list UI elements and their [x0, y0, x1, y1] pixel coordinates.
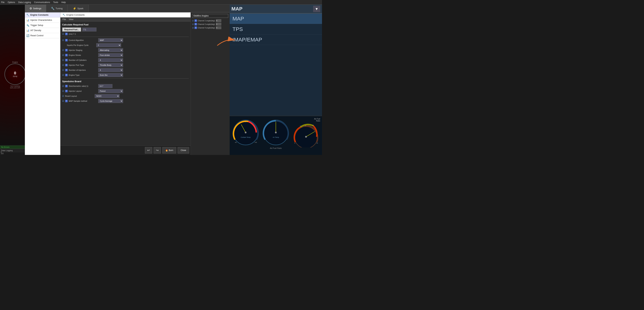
map-sample-select[interactable]: Cycle Average Instantaneous	[98, 99, 123, 103]
injector-port-select[interactable]: Throttle Body Port	[98, 63, 123, 67]
cyl-checkbox[interactable]: ☑	[62, 59, 64, 61]
dropdown-option-tps[interactable]: TPS	[230, 24, 322, 35]
tab-tuning-label: Tuning	[56, 7, 62, 10]
num-injectors-select[interactable]: 4 123	[98, 68, 123, 72]
close-button[interactable]: Close	[178, 147, 189, 153]
num-cylinders-select[interactable]: 4 12368	[98, 58, 123, 62]
afr-gauge-svg: 8 20 12 16 14	[292, 122, 320, 147]
cyl-help-icon[interactable]: ?	[65, 59, 68, 61]
engine-type-label: Engine Type	[69, 74, 97, 76]
injector-port-label: Injector Port Type	[69, 64, 97, 66]
oddfire-ch2-checkbox[interactable]: ☑	[192, 20, 194, 22]
sidebar-item-engine-constants[interactable]: 🔧 Engine Constants	[25, 13, 60, 18]
burn-button[interactable]: 🔥 Burn	[162, 147, 176, 153]
sidebar-iat-label: IAT Density	[30, 29, 41, 32]
oddfire-ch2-help[interactable]: ?	[194, 19, 197, 22]
injector-staging-select[interactable]: Alternating Simultaneous	[98, 48, 123, 52]
dropdown-option-imap[interactable]: IMAP/EMAP	[230, 35, 322, 45]
ms-checkbox[interactable]: ☑	[62, 33, 64, 35]
port-checkbox[interactable]: ☑	[62, 64, 64, 66]
required-fuel-input[interactable]	[82, 28, 96, 32]
menu-communications[interactable]: Communications	[34, 1, 50, 4]
control-algorithm-row: ☑ ? Control Algorithm MAP TPS IMAP/EMAP	[62, 38, 189, 42]
oddfire-ch3-checkbox[interactable]: ☑	[192, 23, 194, 25]
svg-text:Air Temp: Air Temp	[273, 136, 279, 138]
ctrl-help-icon[interactable]: ?	[65, 39, 68, 41]
ec-file-menu[interactable]: File	[62, 18, 66, 21]
tab-settings[interactable]: ⚙ Settings	[25, 5, 46, 12]
tab-spark-label: Spark	[78, 7, 84, 10]
oddfire-ch4-label: Channel 4 angle(deg):	[198, 27, 215, 29]
sidebar-injector-label: Injector Characteristics	[30, 19, 52, 21]
squirts-select[interactable]: 2 1 4	[96, 43, 121, 47]
engine-stroke-label: Engine Stroke	[69, 54, 97, 56]
tab-tuning[interactable]: 🔧 Tuning	[46, 5, 68, 12]
svg-text:60: 60	[245, 121, 246, 122]
rpm-gauge: 0 RPM	[4, 64, 25, 85]
menu-file[interactable]: File	[1, 1, 4, 4]
injector-layout-select[interactable]: Paired Sequential	[98, 89, 123, 93]
sidebar-item-reset-control[interactable]: 🔄 Reset Control	[25, 33, 60, 38]
svg-text:12: 12	[300, 125, 302, 127]
oddfire-ch4-row: ☑ ? Channel 4 angle(deg):	[192, 26, 228, 29]
ec-subheader: File View	[60, 18, 190, 22]
etype-help-icon[interactable]: ?	[65, 74, 68, 76]
iat-density-icon: 📊	[26, 29, 29, 32]
oddfire-ch4-checkbox[interactable]: ☑	[192, 27, 194, 29]
oddfire-ch2-input[interactable]	[216, 19, 221, 22]
injector-layout-label: Injector Layout	[69, 90, 97, 92]
map-sample-help-icon[interactable]: ?	[65, 100, 68, 102]
ms-row: ☑ ? (ms) 7.1	[62, 33, 189, 35]
stroke-checkbox[interactable]: ☑	[62, 54, 64, 56]
engine-stroke-row: ☑ ? Engine Stroke Four-stroke Two-stroke	[62, 53, 189, 57]
ms-help-icon[interactable]: ?	[65, 33, 68, 35]
oddfire-ch3-help[interactable]: ?	[194, 23, 197, 26]
board-layout-select[interactable]: NO2C Other	[95, 94, 120, 98]
content-area: 🔧 Engine Constants File View Calculate R…	[60, 13, 190, 155]
staging-checkbox[interactable]: ☑	[62, 49, 64, 51]
mini-gauge-panel: Coolant Temp -40 130 60	[230, 116, 322, 155]
dropdown-option-map[interactable]: MAP	[230, 14, 322, 24]
num-cylinders-label: Number of Cylinders	[69, 59, 97, 61]
tab-spark[interactable]: ⚡ Spark	[68, 5, 89, 12]
inj-layout-help-icon[interactable]: ?	[65, 90, 68, 92]
reset-control-icon: 🔄	[26, 34, 29, 37]
divider-1	[62, 37, 189, 37]
menu-data-logging[interactable]: Data Logging	[18, 1, 31, 4]
oddfire-ch3-label: Channel 3 angle(deg):	[198, 23, 215, 25]
undo-button[interactable]: ↩	[145, 147, 152, 153]
inj-num-help-icon[interactable]: ?	[65, 69, 68, 71]
air-fuel-label-top: Air Fuel	[314, 118, 320, 120]
engine-type-select[interactable]: Even fire Odd fire	[98, 73, 123, 77]
etype-checkbox[interactable]: ☑	[62, 74, 64, 76]
board-layout-checkbox[interactable]: ☑	[62, 95, 64, 97]
oddfire-ch4-input[interactable]	[216, 26, 221, 29]
inj-num-checkbox[interactable]: ☑	[62, 69, 64, 71]
staging-help-icon[interactable]: ?	[65, 49, 68, 51]
svg-point-9	[275, 132, 277, 133]
stoich-checkbox[interactable]: ☑	[62, 85, 64, 87]
control-algorithm-select[interactable]: MAP TPS IMAP/EMAP	[98, 38, 123, 42]
engine-constants-icon: 🔧	[26, 14, 29, 16]
menu-help[interactable]: Help	[61, 1, 66, 4]
inj-layout-checkbox[interactable]: ☑	[62, 90, 64, 92]
engine-stroke-select[interactable]: Four-stroke Two-stroke	[98, 53, 123, 57]
oddfire-ch2-row: ☑ ? Channel 2 angle(deg):	[192, 19, 228, 22]
sidebar-item-iat-density[interactable]: 📊 IAT Density	[25, 28, 60, 33]
menu-tools[interactable]: Tools	[53, 1, 58, 4]
menu-options[interactable]: Options	[8, 1, 15, 4]
stoich-input[interactable]	[98, 84, 112, 88]
ctrl-checkbox[interactable]: ☑	[62, 39, 64, 41]
oddfire-ch4-help[interactable]: ?	[194, 27, 197, 29]
sidebar-item-injector-characteristics[interactable]: 📊 Injector Characteristics	[25, 18, 60, 23]
required-fuel-button[interactable]: Required Fuel...	[62, 27, 81, 32]
oddfire-ch3-input[interactable]	[216, 23, 221, 26]
ec-view-menu[interactable]: View	[69, 18, 73, 21]
sidebar-item-trigger-setup[interactable]: 🔩 Trigger Setup	[25, 23, 60, 28]
redo-button[interactable]: ↪	[154, 147, 161, 153]
stoich-help-icon[interactable]: ?	[65, 85, 68, 87]
stroke-help-icon[interactable]: ?	[65, 54, 68, 56]
map-sample-checkbox[interactable]: ☑	[62, 100, 64, 102]
dropdown-arrow-button[interactable]: ▼	[313, 6, 320, 12]
port-help-icon[interactable]: ?	[65, 64, 68, 66]
